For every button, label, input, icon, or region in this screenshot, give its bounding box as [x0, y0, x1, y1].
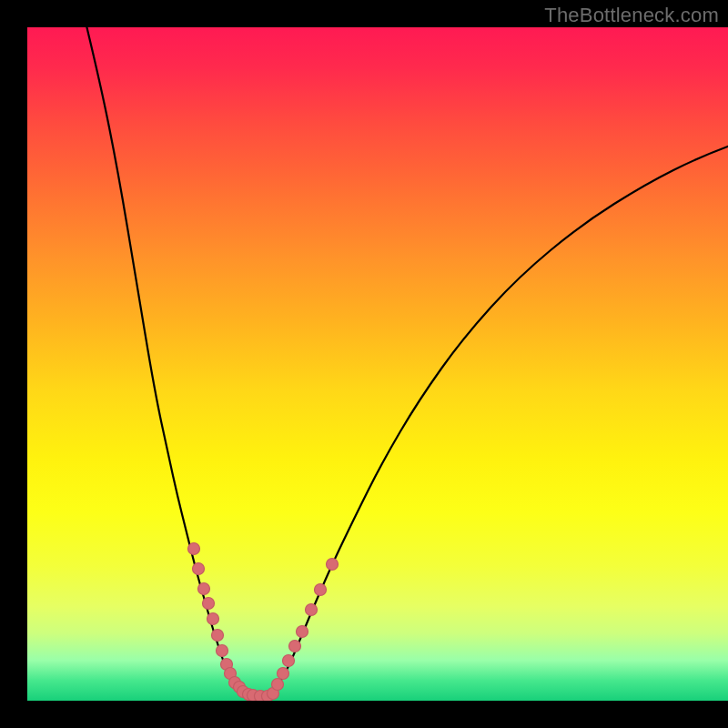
scatter-dot — [212, 630, 224, 642]
scatter-dot — [203, 598, 215, 610]
scatter-dot — [207, 613, 219, 625]
scatter-dot — [306, 604, 318, 616]
scatter-dot — [327, 559, 339, 571]
scatter-dot — [315, 584, 327, 596]
scatter-dot — [193, 563, 205, 575]
plot-area — [27, 27, 728, 701]
scatter-dots — [188, 543, 339, 702]
scatter-dot — [188, 543, 200, 555]
scatter-dot — [278, 668, 289, 680]
watermark-text: TheBottleneck.com — [544, 4, 719, 27]
scatter-dot — [289, 641, 301, 652]
scatter-dot — [272, 679, 284, 691]
right-curve-line — [271, 135, 728, 694]
chart-svg — [27, 27, 728, 701]
stage: TheBottleneck.com — [0, 0, 728, 728]
left-curve-line — [85, 27, 246, 693]
scatter-dot — [217, 645, 228, 657]
scatter-dot — [297, 626, 308, 638]
scatter-dot — [198, 583, 210, 595]
scatter-dot — [283, 655, 295, 667]
